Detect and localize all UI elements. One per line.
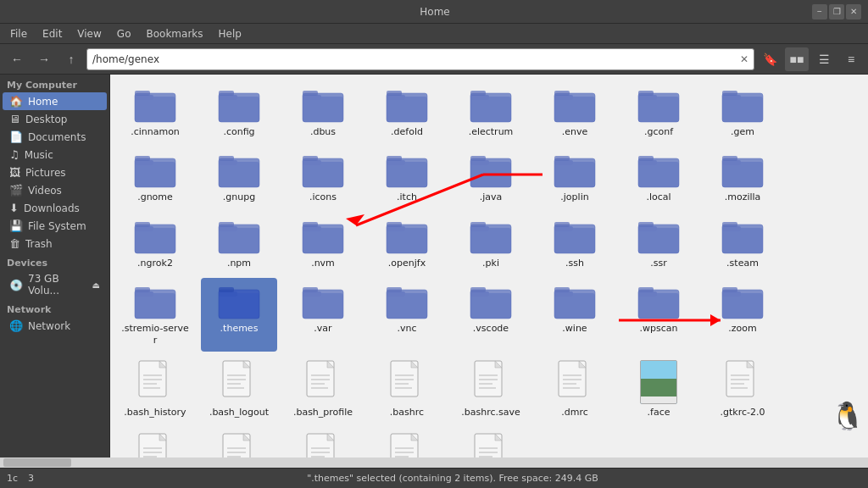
folder-icon [553,283,597,320]
file-item-phphistory[interactable]: .php_history [369,428,445,458]
sidebar-item-volume[interactable]: 💿 73 GB Volu... ⏏ [3,270,107,299]
file-item-gtkrcxfce[interactable]: .gtkrc-xfce [117,428,193,458]
file-label: .enve [562,126,588,138]
sidebar-label-pictures: Pictures [25,167,66,179]
file-item-mozilla[interactable]: .mozilla [704,147,781,208]
menu-view[interactable]: View [70,26,108,42]
svg-rect-137 [387,290,427,319]
folder-icon [469,283,513,320]
sidebar-item-filesystem[interactable]: 💾 File System [3,217,107,235]
file-item-wpscan[interactable]: .wpscan [620,278,697,352]
file-item-bashhistory[interactable]: .bash_history [117,355,193,424]
file-item-face[interactable]: .face [620,355,697,424]
desktop-icon: 🖥 [9,113,20,125]
file-item-gnome[interactable]: .gnome [117,147,193,208]
file-item-wine[interactable]: .wine [537,278,613,352]
file-item-pki[interactable]: .pki [453,213,529,274]
restore-button[interactable]: ❐ [829,4,844,19]
sidebar-item-videos[interactable]: 🎬 Videos [3,181,107,199]
file-item-gnupg[interactable]: .gnupg [201,147,277,208]
clear-address-icon[interactable]: ✕ [740,53,748,65]
svg-rect-109 [554,222,570,227]
eject-icon[interactable]: ⏏ [92,280,100,290]
file-label: .gtkrc-2.0 [721,407,765,419]
file-item-gconf[interactable]: .gconf [620,81,697,143]
sidebar-item-documents[interactable]: 📄 Documents [3,128,107,146]
folder-icon [217,283,261,320]
file-item-nodereplhistory[interactable]: .node_repl_ history [285,428,361,458]
file-item-gtkrc20[interactable]: .gtkrc-2.0 [704,355,781,424]
file-item-defold[interactable]: .defold [369,81,445,143]
sidebar-item-downloads[interactable]: ⬇ Downloads [3,199,107,217]
svg-rect-32 [638,93,679,122]
bookmark-button[interactable]: 🔖 [758,47,782,71]
file-item-nvm[interactable]: .nvm [285,213,361,274]
file-item-vnc[interactable]: .vnc [369,278,445,352]
sidebar-item-trash[interactable]: 🗑 Trash [3,235,107,252]
file-item-bashprofile[interactable]: .bash_profile [285,355,361,424]
file-item-enve[interactable]: .enve [537,81,613,143]
file-item-themes[interactable]: .themes [201,278,277,352]
folder-icon [385,283,429,320]
menubar: File Edit View Go Bookmarks Help [0,24,868,44]
svg-rect-127 [219,290,259,319]
sidebar-item-pictures[interactable]: 🖼 Pictures [3,164,107,181]
horizontal-scrollbar[interactable] [0,458,868,468]
view-compact-button[interactable]: ≡ [839,47,863,71]
status-text: ".themes" selected (containing 2 items).… [44,473,861,484]
file-item-bashlogout[interactable]: .bash_logout [201,355,277,424]
file-item-stremioserver[interactable]: .stremio-server [117,278,193,352]
file-item-local[interactable]: .local [620,147,697,208]
file-label: .dbus [310,126,336,138]
view-grid-button[interactable]: ■■ [785,47,809,71]
svg-rect-132 [303,290,343,319]
file-item-vscode[interactable]: .vscode [453,278,529,352]
file-item-electrum[interactable]: .electrum [453,81,529,143]
file-item-bashrc[interactable]: .bashrc [369,355,445,424]
file-item-openjfx[interactable]: .openjfx [369,213,445,274]
svg-rect-144 [470,287,486,292]
menu-go[interactable]: Go [110,26,138,42]
file-item-nanopyswp[interactable]: .nano.py.swp [201,428,277,458]
address-bar[interactable]: /home/genex ✕ [86,48,754,70]
scrollbar-thumb [3,458,71,467]
svg-rect-92 [303,225,343,253]
sidebar-label-trash: Trash [25,238,53,250]
sidebar-item-music[interactable]: ♫ Music [3,146,107,164]
file-item-steam[interactable]: .steam [704,213,781,274]
up-button[interactable]: ↑ [59,47,83,71]
sidebar-item-home[interactable]: 🏠 Home [3,92,107,110]
file-item-ssh[interactable]: .ssh [537,213,613,274]
file-item-var[interactable]: .var [285,278,361,352]
menu-file[interactable]: File [3,26,34,42]
file-item-ssr[interactable]: .ssr [620,213,697,274]
file-item-gem[interactable]: .gem [704,81,781,143]
minimize-button[interactable]: − [812,4,827,19]
menu-help[interactable]: Help [212,26,248,42]
menu-bookmarks[interactable]: Bookmarks [139,26,209,42]
sidebar-item-desktop[interactable]: 🖥 Desktop [3,110,107,128]
file-item-config[interactable]: .config [201,81,277,143]
my-computer-header: My Computer [0,75,109,92]
svg-rect-54 [303,156,318,161]
file-item-zoom[interactable]: .zoom [704,278,781,352]
file-item-ngrok2[interactable]: .ngrok2 [117,213,193,274]
back-button[interactable]: ← [5,47,29,71]
file-item-profile[interactable]: .profile [453,428,529,458]
file-item-bashrcsave[interactable]: .bashrc.save [453,355,529,424]
file-item-itch[interactable]: .itch [369,147,445,208]
file-item-npm[interactable]: .npm [201,213,277,274]
statusbar: 1c 3 ".themes" selected (containing 2 it… [0,468,868,488]
view-list-button[interactable]: ☰ [812,47,836,71]
file-item-dbus[interactable]: .dbus [285,81,361,143]
close-button[interactable]: ✕ [846,4,861,19]
file-item-joplin[interactable]: .joplin [537,147,613,208]
file-item-cinnamon[interactable]: .cinnamon [117,81,193,143]
devices-header: Devices [0,252,109,270]
forward-button[interactable]: → [32,47,56,71]
file-item-icons[interactable]: .icons [285,147,361,208]
file-item-dmrc[interactable]: .dmrc [537,355,613,424]
menu-edit[interactable]: Edit [36,26,69,42]
file-item-java[interactable]: .java [453,147,529,208]
sidebar-item-network[interactable]: 🌐 Network [3,317,107,335]
